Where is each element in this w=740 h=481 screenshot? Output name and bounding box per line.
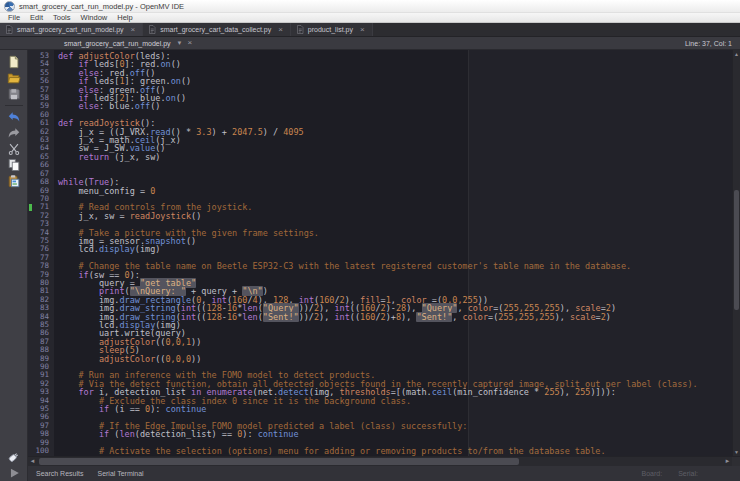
bookmark-marker (29, 204, 32, 211)
status-board-label: Board: (642, 470, 663, 477)
code-line: adjustColor((0,0,1)) (58, 338, 732, 346)
save-file-button[interactable] (4, 86, 24, 101)
vertical-scrollbar[interactable]: ▲ ▼ (732, 50, 740, 456)
scroll-up-icon[interactable]: ▲ (733, 50, 740, 58)
start-button[interactable] (4, 465, 24, 480)
scroll-left-icon[interactable]: ◄ (28, 457, 37, 466)
redo-icon (7, 126, 21, 140)
code-line: # Activate the selection (options) menu … (58, 447, 732, 455)
code-line: menu_config = 0 (58, 187, 732, 195)
tab-smart_grocery_cart_data_collect.py[interactable]: smart_grocery_cart_data_collect.py× (143, 23, 291, 36)
copy-button[interactable] (4, 157, 24, 172)
code-line: adjustColor((0,0,0)) (58, 355, 732, 363)
line-number: 100 (28, 447, 54, 455)
code-line: if (i == 0): continue (58, 405, 732, 413)
document-bar: smart_grocery_cart_run_model.py ▼ × Line… (0, 37, 740, 50)
file-type-icon (148, 25, 156, 34)
tab-close-icon[interactable]: × (131, 26, 136, 34)
cursor-position: Line: 37, Col: 1 (685, 40, 732, 47)
new-file-button[interactable] (4, 54, 24, 69)
code-line: return (j_x, sw) (58, 153, 732, 161)
menu-item-help[interactable]: Help (112, 13, 137, 22)
chevron-down-icon[interactable]: ▼ (177, 40, 183, 46)
tab-close-icon[interactable]: × (278, 26, 283, 34)
code-line: if leds[0]: red.on() (58, 60, 732, 68)
scroll-down-icon[interactable]: ▼ (733, 448, 740, 456)
file-type-icon (5, 25, 13, 34)
editor-area: 5354555657585960616263646566676869707172… (28, 50, 740, 456)
copy-icon (7, 158, 21, 172)
status-serial-label: Serial: (678, 470, 698, 477)
file-type-icon (296, 25, 304, 34)
undo-icon (7, 110, 21, 124)
window-title: smart_grocery_cart_run_model.py - OpenMV… (19, 2, 184, 11)
menu-item-file[interactable]: File (3, 13, 25, 22)
scrollbar-corner (732, 457, 740, 466)
code-line: lcd.display(img) (58, 245, 732, 253)
panel-tab-search-results[interactable]: Search Results (36, 470, 83, 477)
line-number-gutter: 5354555657585960616263646566676869707172… (28, 50, 54, 456)
document-selector[interactable]: smart_grocery_cart_run_model.py ▼ × (64, 39, 192, 47)
code-line: else: blue.off() (58, 102, 732, 110)
code-line: if (len(detection_list) == 0): continue (58, 430, 732, 438)
openmv-ide-window: smart_grocery_cart_run_model.py - OpenMV… (0, 0, 740, 481)
tab-label: smart_grocery_cart_run_model.py (17, 26, 124, 33)
tab-close-icon[interactable]: × (360, 26, 365, 34)
save-file-icon (7, 87, 21, 101)
scroll-right-icon[interactable]: ► (723, 457, 732, 466)
document-close-icon[interactable]: × (188, 39, 193, 47)
cut-icon (7, 142, 21, 156)
openmv-logo-icon (4, 1, 15, 12)
tab-bar: smart_grocery_cart_run_model.py×smart_gr… (0, 23, 740, 37)
redo-button[interactable] (4, 125, 24, 140)
code-line (58, 170, 732, 178)
menu-item-window[interactable]: Window (76, 13, 113, 22)
paste-button[interactable] (4, 173, 24, 188)
start-icon (7, 466, 21, 480)
tab-label: smart_grocery_cart_data_collect.py (160, 26, 271, 33)
code-line: while(True): (58, 178, 732, 186)
horizontal-scrollbar-thumb[interactable] (39, 458, 519, 465)
document-name: smart_grocery_cart_run_model.py (64, 40, 171, 47)
horizontal-scrollbar[interactable]: ◄ ► (28, 456, 740, 466)
connect-icon (7, 450, 21, 464)
code-line (58, 111, 732, 119)
paste-icon (7, 174, 21, 188)
tab-product_list.py[interactable]: product_list.py× (291, 23, 373, 36)
horizontal-scrollbar-track[interactable] (37, 457, 723, 466)
menu-item-edit[interactable]: Edit (25, 13, 48, 22)
open-file-icon (7, 71, 21, 85)
panel-tab-serial-terminal[interactable]: Serial Terminal (97, 470, 143, 477)
code-line: j_x, sw = readJoystick() (58, 212, 732, 220)
vertical-scrollbar-thumb[interactable] (734, 190, 739, 310)
menu-item-tools[interactable]: Tools (48, 13, 76, 22)
code-line: # Change the table name on Beetle ESP32-… (58, 262, 732, 270)
open-file-button[interactable] (4, 70, 24, 85)
cut-button[interactable] (4, 141, 24, 156)
toolbar-separator (5, 105, 23, 106)
title-bar: smart_grocery_cart_run_model.py - OpenMV… (0, 0, 740, 13)
code-editor[interactable]: def adjustColor(leds): if leds[0]: red.o… (54, 50, 732, 456)
status-bar: Search ResultsSerial Terminal Board:Seri… (28, 466, 740, 481)
connect-button[interactable] (4, 449, 24, 464)
menu-bar: FileEditToolsWindowHelp (0, 13, 740, 23)
new-file-icon (7, 55, 21, 69)
code-line (58, 161, 732, 169)
toolbar (0, 50, 28, 481)
tab-label: product_list.py (308, 26, 353, 33)
undo-button[interactable] (4, 109, 24, 124)
tab-smart_grocery_cart_run_model.py[interactable]: smart_grocery_cart_run_model.py× (0, 23, 143, 36)
